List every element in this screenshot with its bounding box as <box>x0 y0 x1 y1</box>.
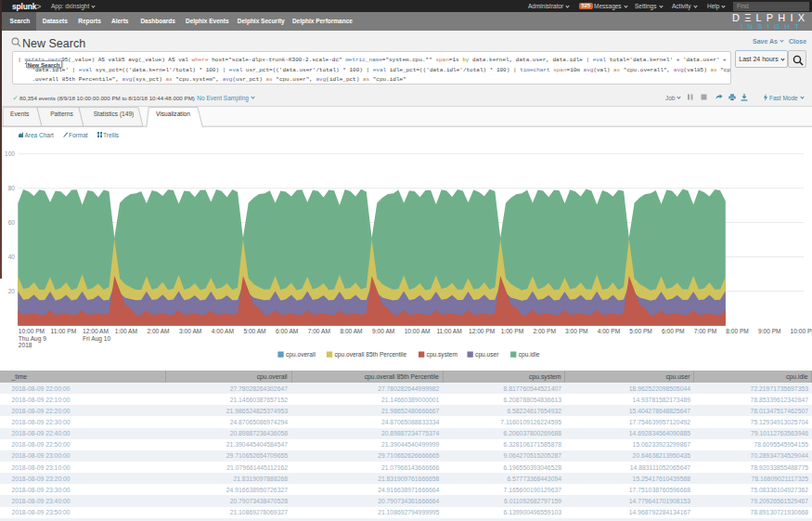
svg-text:6:00 AM: 6:00 AM <box>276 328 298 334</box>
svg-text:2:00 AM: 2:00 AM <box>147 328 169 334</box>
svg-text:100: 100 <box>5 150 15 157</box>
svg-text:Thu Aug 9: Thu Aug 9 <box>19 335 46 343</box>
svg-text:Statistics (149): Statistics (149) <box>94 111 135 118</box>
svg-text:40: 40 <box>8 254 16 260</box>
svg-text:20: 20 <box>8 288 16 294</box>
svg-text:7:00 AM: 7:00 AM <box>308 328 330 334</box>
svg-text:cpu.overall: cpu.overall <box>286 351 316 358</box>
svg-text:Patterns: Patterns <box>50 111 73 117</box>
svg-text:5:00 PM: 5:00 PM <box>629 328 652 334</box>
svg-text:5:00 AM: 5:00 AM <box>243 328 265 334</box>
svg-text:8:00 PM: 8:00 PM <box>726 328 749 334</box>
svg-text:12:00 AM: 12:00 AM <box>83 328 109 334</box>
svg-text:Events: Events <box>10 111 30 117</box>
svg-text:3:00 PM: 3:00 PM <box>565 328 588 334</box>
svg-text:10:00 PM: 10:00 PM <box>791 328 812 334</box>
svg-text:3:00 AM: 3:00 AM <box>179 328 201 334</box>
svg-text:11:00 AM: 11:00 AM <box>436 328 461 334</box>
svg-text:2:00 PM: 2:00 PM <box>533 328 556 334</box>
svg-text:cpu.idle: cpu.idle <box>519 351 540 358</box>
svg-text:cpu.overall 85th Percentile: cpu.overall 85th Percentile <box>335 351 407 358</box>
svg-text:11:00 PM: 11:00 PM <box>51 328 77 334</box>
svg-text:80: 80 <box>8 185 16 191</box>
svg-text:Visualization: Visualization <box>156 111 190 117</box>
svg-text:10:00 AM: 10:00 AM <box>405 328 431 334</box>
svg-text:1:00 PM: 1:00 PM <box>501 328 524 334</box>
svg-text:9:00 PM: 9:00 PM <box>758 328 781 334</box>
svg-text:Fri Aug 10: Fri Aug 10 <box>83 335 110 343</box>
svg-text:60: 60 <box>8 219 16 226</box>
svg-text:cpu.system: cpu.system <box>427 351 458 358</box>
svg-text:8:00 AM: 8:00 AM <box>340 328 362 334</box>
svg-text:1:00 AM: 1:00 AM <box>115 328 137 334</box>
svg-text:12:00 PM: 12:00 PM <box>469 328 495 334</box>
svg-text:4:00 AM: 4:00 AM <box>212 328 234 334</box>
svg-text:2018: 2018 <box>19 342 32 348</box>
svg-text:7:00 PM: 7:00 PM <box>694 328 717 334</box>
svg-text:10:00 PM: 10:00 PM <box>19 328 45 334</box>
svg-text:cpu.user: cpu.user <box>475 351 499 358</box>
svg-text:9:00 AM: 9:00 AM <box>372 328 394 334</box>
svg-text:6:00 PM: 6:00 PM <box>662 328 685 334</box>
svg-text:4:00 PM: 4:00 PM <box>598 328 621 334</box>
